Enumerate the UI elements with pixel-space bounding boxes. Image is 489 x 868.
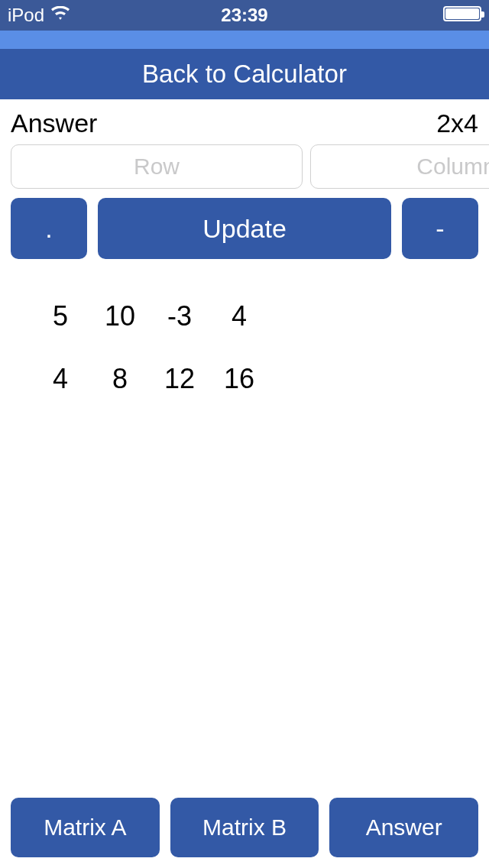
matrix-cell: -3: [150, 300, 209, 332]
page-title: Answer: [11, 108, 97, 138]
status-left: iPod: [8, 5, 70, 26]
header-row: Answer 2x4: [0, 99, 489, 144]
back-label: Back to Calculator: [142, 60, 347, 89]
matrix-row: 4 8 12 16: [31, 363, 458, 395]
wifi-icon: [50, 5, 70, 26]
row-input[interactable]: [11, 144, 303, 189]
matrix-cell: 10: [90, 300, 150, 332]
input-row: [0, 144, 489, 198]
matrix-cell: 8: [90, 363, 150, 395]
accent-strip: [0, 31, 489, 49]
matrix-cell: 4: [31, 363, 90, 395]
tab-answer[interactable]: Answer: [329, 798, 478, 857]
battery-icon: [443, 5, 481, 26]
matrix-cell: 12: [150, 363, 209, 395]
clock: 23:39: [221, 5, 267, 26]
bottom-tabs: Matrix A Matrix B Answer: [11, 798, 478, 857]
button-row: . Update -: [0, 198, 489, 270]
tab-matrix-b[interactable]: Matrix B: [170, 798, 319, 857]
matrix-cell: 5: [31, 300, 90, 332]
dot-button[interactable]: .: [11, 198, 87, 259]
column-input[interactable]: [310, 144, 489, 189]
matrix-row: 5 10 -3 4: [31, 300, 458, 332]
matrix-cell: 16: [209, 363, 269, 395]
matrix-display: 5 10 -3 4 4 8 12 16: [0, 270, 489, 456]
device-label: iPod: [8, 5, 44, 26]
minus-button[interactable]: -: [402, 198, 478, 259]
tab-matrix-a[interactable]: Matrix A: [11, 798, 160, 857]
matrix-cell: 4: [209, 300, 269, 332]
update-button[interactable]: Update: [98, 198, 391, 259]
nav-bar[interactable]: Back to Calculator: [0, 49, 489, 99]
status-bar: iPod 23:39: [0, 0, 489, 31]
matrix-dimensions: 2x4: [436, 108, 478, 138]
